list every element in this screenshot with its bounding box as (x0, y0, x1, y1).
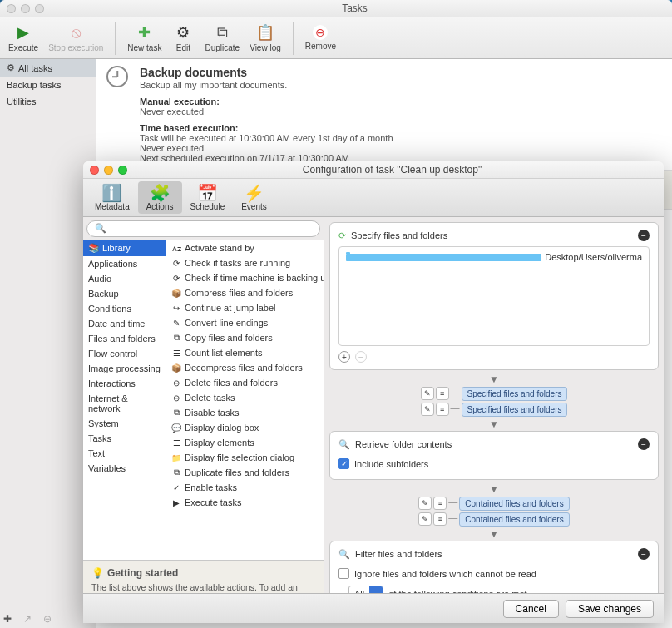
action-item[interactable]: 💬Display dialog box (166, 420, 324, 435)
minimize-dot[interactable] (104, 166, 113, 175)
add-group-button[interactable]: ✚ (3, 613, 15, 625)
edit-button[interactable]: ⚙ Edit (168, 22, 198, 54)
zoom-dot[interactable] (35, 4, 44, 13)
action-item[interactable]: 📦Decompress files and folders (166, 360, 324, 375)
category-item[interactable]: Image processing (83, 361, 166, 376)
action-item[interactable]: ⧉Disable tasks (166, 405, 324, 420)
remove-block-button[interactable]: − (638, 438, 650, 450)
category-item[interactable]: Flow control (83, 346, 166, 361)
action-item[interactable]: ↪Continue at jump label (166, 300, 324, 315)
action-item[interactable]: 📦Compress files and folders (166, 285, 324, 300)
tab-schedule[interactable]: 📅 Schedule (182, 181, 234, 214)
remove-block-button[interactable]: − (638, 230, 650, 241)
minimize-dot[interactable] (21, 4, 30, 13)
list-connector-button[interactable]: ≡ (433, 512, 447, 526)
remove-block-button[interactable]: − (638, 548, 650, 560)
action-item[interactable]: ⧉Duplicate files and folders (166, 465, 324, 480)
tab-events[interactable]: ⚡ Events (233, 181, 275, 214)
sidebar-item-utilities[interactable]: Utilities (0, 93, 96, 110)
action-type-icon: ⊖ (171, 393, 181, 403)
edit-connector-button[interactable]: ✎ (421, 403, 434, 416)
sidebar-item-backup-tasks[interactable]: Backup tasks (0, 77, 96, 93)
zoom-dot[interactable] (118, 166, 127, 175)
file-list[interactable]: Desktop /Users/oliverma (338, 246, 650, 346)
edit-connector-button[interactable]: ✎ (418, 497, 432, 510)
action-item[interactable]: ⟳Check if time machine is backing up dat (166, 270, 324, 285)
list-connector-button[interactable]: ≡ (436, 387, 449, 400)
magnifier-icon: 🔍 (338, 549, 350, 560)
file-row[interactable]: Desktop /Users/oliverma (343, 250, 645, 264)
plus-icon: ✚ (136, 23, 154, 42)
action-item[interactable]: ⊖Delete files and folders (166, 375, 324, 390)
category-item[interactable]: System (83, 416, 166, 431)
copy-icon: ⧉ (213, 23, 231, 42)
info-icon: ℹ️ (101, 184, 122, 202)
remove-group-button[interactable]: ⊖ (43, 613, 55, 625)
action-type-icon: ✓ (171, 482, 181, 492)
execute-button[interactable]: ▶ Execute (5, 22, 42, 54)
main-sidebar: ⚙All tasks Backup tasks Utilities ✚ ↗ ⊖ (0, 59, 96, 628)
action-item[interactable]: ✓Enable tasks (166, 480, 324, 495)
remove-file-button[interactable]: − (355, 351, 367, 363)
category-item[interactable]: Files and folders (83, 331, 166, 346)
viewlog-button[interactable]: 📋 View log (246, 22, 284, 54)
include-subfolders-checkbox[interactable] (338, 458, 349, 469)
sidebar-item-all-tasks[interactable]: ⚙All tasks (0, 59, 96, 77)
close-dot[interactable] (7, 4, 16, 13)
action-item[interactable]: ⧉Copy files and folders (166, 330, 324, 345)
duplicate-button[interactable]: ⧉ Duplicate (201, 22, 243, 54)
config-toolbar: ℹ️ Metadata 🧩 Actions 📅 Schedule ⚡ Event… (83, 179, 664, 217)
config-titlebar: Configuration of task "Clean up desktop" (83, 161, 664, 179)
category-item[interactable]: 📚 Library (83, 240, 166, 256)
share-button[interactable]: ↗ (23, 613, 35, 625)
main-title: Tasks (44, 2, 665, 14)
action-list[interactable]: ᴀᴢActivate stand by⟳Check if tasks are r… (166, 240, 324, 560)
clipboard-icon: 📋 (256, 23, 274, 42)
category-item[interactable]: Internet & network (83, 391, 166, 416)
list-connector-button[interactable]: ≡ (436, 403, 449, 416)
new-task-button[interactable]: ✚ New task (124, 22, 165, 54)
action-item[interactable]: ☰Display elements (166, 435, 324, 450)
category-item[interactable]: Conditions (83, 301, 166, 316)
category-item[interactable]: Interactions (83, 376, 166, 391)
category-item[interactable]: Text (83, 446, 166, 461)
workflow-area[interactable]: ⟳ Specify files and folders − Desktop /U… (324, 217, 664, 623)
category-item[interactable]: Date and time (83, 316, 166, 331)
data-pill[interactable]: Specified files and folders (462, 387, 568, 401)
task-row[interactable]: Backup documents Backup all my important… (96, 59, 672, 171)
specify-files-block: ⟳ Specify files and folders − Desktop /U… (329, 222, 659, 370)
action-item[interactable]: ⊖Delete tasks (166, 390, 324, 405)
search-input[interactable] (86, 220, 320, 237)
action-item[interactable]: ✎Convert line endings (166, 315, 324, 330)
save-button[interactable]: Save changes (566, 600, 654, 618)
close-dot[interactable] (90, 166, 99, 175)
add-file-button[interactable]: + (338, 351, 350, 363)
action-item[interactable]: ⟳Check if tasks are running (166, 255, 324, 270)
tab-actions[interactable]: 🧩 Actions (138, 181, 182, 214)
category-item[interactable]: Applications (83, 256, 166, 271)
arrow-down-icon: ▼ (329, 528, 659, 540)
stop-button[interactable]: ⦸ Stop execution (45, 22, 106, 54)
edit-connector-button[interactable]: ✎ (418, 512, 432, 526)
category-item[interactable]: Backup (83, 286, 166, 301)
category-item[interactable]: Variables (83, 461, 166, 476)
action-item[interactable]: ☰Count list elements (166, 345, 324, 360)
category-list[interactable]: 📚 LibraryApplicationsAudioBackupConditio… (83, 240, 166, 560)
main-toolbar: ▶ Execute ⦸ Stop execution ✚ New task ⚙ … (0, 17, 672, 59)
list-connector-button[interactable]: ≡ (433, 497, 447, 510)
data-pill[interactable]: Contained files and folders (459, 512, 569, 527)
ignore-unreadable-checkbox[interactable] (338, 568, 349, 579)
stop-icon: ⦸ (67, 23, 85, 42)
edit-connector-button[interactable]: ✎ (421, 387, 434, 400)
data-pill[interactable]: Specified files and folders (462, 403, 568, 417)
calendar-icon: 📅 (197, 184, 218, 202)
action-item[interactable]: 📁Display file selection dialog (166, 450, 324, 465)
category-item[interactable]: Audio (83, 271, 166, 286)
data-pill[interactable]: Contained files and folders (459, 497, 569, 511)
category-item[interactable]: Tasks (83, 431, 166, 446)
action-item[interactable]: ᴀᴢActivate stand by (166, 240, 324, 255)
cancel-button[interactable]: Cancel (503, 600, 559, 618)
remove-button[interactable]: ⊖ Remove (302, 23, 339, 52)
tab-metadata[interactable]: ℹ️ Metadata (86, 181, 138, 214)
action-item[interactable]: ▶Execute tasks (166, 495, 324, 510)
